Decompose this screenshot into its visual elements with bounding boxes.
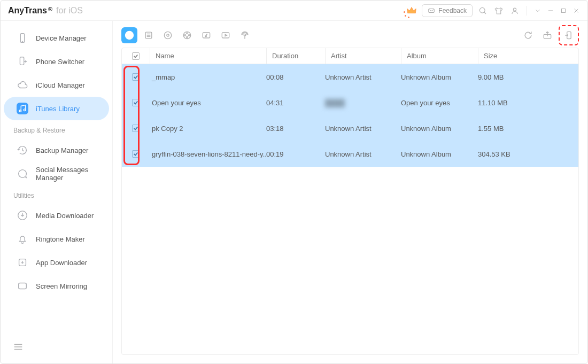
sidebar-item-screen-mirroring[interactable]: Screen Mirroring bbox=[4, 274, 109, 298]
sidebar-item-app-downloader[interactable]: App Downloader bbox=[4, 251, 109, 274]
header-artist[interactable]: Artist bbox=[325, 48, 401, 64]
sidebar-item-label: Backup Manager bbox=[36, 146, 88, 154]
app-title: AnyTrans ® for iOS bbox=[8, 6, 83, 16]
row-checkbox[interactable] bbox=[132, 99, 140, 106]
table-row[interactable]: _mmap00:08Unknown ArtistUnknown Album9.0… bbox=[122, 64, 578, 90]
cell-album: Unknown Album bbox=[401, 73, 478, 81]
clock-back-icon bbox=[17, 144, 28, 156]
row-check-cell[interactable] bbox=[122, 99, 150, 106]
titlebar: AnyTrans ® for iOS Feedback bbox=[1, 1, 587, 21]
chat-icon bbox=[17, 168, 28, 180]
cell-duration: 03:18 bbox=[266, 125, 325, 133]
sidebar-item-itunes-library[interactable]: iTunes Library bbox=[4, 97, 109, 120]
app-name: AnyTrans bbox=[8, 6, 47, 16]
sidebar-item-device-manager[interactable]: Device Manager bbox=[4, 26, 109, 50]
svg-rect-34 bbox=[222, 33, 229, 38]
send-to-device-icon[interactable] bbox=[561, 27, 577, 43]
svg-point-36 bbox=[244, 34, 246, 36]
header-size[interactable]: Size bbox=[478, 48, 578, 64]
play-tab-icon[interactable] bbox=[121, 27, 137, 43]
chevron-down-icon[interactable] bbox=[534, 7, 541, 14]
cell-size: 304.53 KB bbox=[478, 150, 578, 158]
switch-icon bbox=[17, 56, 28, 67]
sidebar-item-ringtone-maker[interactable]: Ringtone Maker bbox=[4, 227, 109, 251]
header-album[interactable]: Album bbox=[401, 48, 478, 64]
table-row[interactable]: gryffin-038-seven-lions-8211-need-y...00… bbox=[122, 141, 578, 167]
select-all-checkbox[interactable] bbox=[132, 52, 140, 60]
maximize-icon[interactable] bbox=[560, 7, 567, 14]
sidebar-item-phone-switcher[interactable]: Phone Switcher bbox=[4, 50, 109, 73]
sidebar-item-label: Ringtone Maker bbox=[36, 235, 85, 243]
cloud-icon bbox=[17, 79, 28, 91]
search-icon[interactable] bbox=[477, 5, 489, 17]
close-icon[interactable] bbox=[572, 7, 580, 14]
phone-icon bbox=[17, 32, 28, 44]
svg-rect-15 bbox=[19, 283, 27, 289]
row-checkbox[interactable] bbox=[132, 125, 140, 132]
header-name[interactable]: Name bbox=[150, 48, 266, 64]
sidebar-item-media-downloader[interactable]: Media Downloader bbox=[4, 204, 109, 227]
cell-name: pk Copy 2 bbox=[150, 125, 266, 133]
cell-size: 11.10 MB bbox=[478, 99, 578, 107]
row-check-cell[interactable] bbox=[122, 73, 150, 81]
cell-artist: Unknown Artist bbox=[325, 73, 401, 81]
podcast-icon[interactable] bbox=[237, 27, 253, 43]
content-toolbar bbox=[121, 26, 579, 44]
shirt-icon[interactable] bbox=[493, 5, 505, 17]
sidebar: Device Manager Phone Switcher iCloud Man… bbox=[1, 21, 113, 363]
table-row[interactable]: Open your eyes04:31████Open your eyes11.… bbox=[122, 90, 578, 115]
mail-icon bbox=[428, 7, 435, 14]
svg-point-30 bbox=[188, 35, 190, 36]
cell-name: _mmap bbox=[150, 73, 266, 81]
cell-artist: Unknown Artist bbox=[325, 125, 401, 133]
row-checkbox[interactable] bbox=[132, 73, 140, 81]
sidebar-item-label: Device Manager bbox=[36, 34, 87, 42]
sidebar-item-social-manager[interactable]: Social Messages Manager bbox=[4, 162, 109, 185]
svg-point-29 bbox=[184, 35, 186, 36]
cell-size: 1.55 MB bbox=[478, 125, 578, 133]
music-video-icon[interactable] bbox=[198, 27, 214, 43]
music-note-icon bbox=[17, 103, 28, 114]
svg-point-12 bbox=[24, 109, 26, 111]
row-check-cell[interactable] bbox=[122, 125, 150, 132]
feedback-button[interactable]: Feedback bbox=[422, 4, 473, 17]
disc-icon[interactable] bbox=[160, 27, 176, 43]
sidebar-item-label: Screen Mirroring bbox=[36, 282, 87, 290]
cell-name: Open your eyes bbox=[150, 99, 266, 107]
cell-name: gryffin-038-seven-lions-8211-need-y... bbox=[150, 150, 266, 158]
svg-point-31 bbox=[187, 36, 188, 38]
refresh-icon[interactable] bbox=[520, 27, 536, 43]
svg-point-1 bbox=[479, 7, 485, 13]
cell-artist: ████ bbox=[325, 99, 401, 107]
main-panel: Name Duration Artist Album Size _mmap00:… bbox=[113, 21, 587, 363]
video-icon[interactable] bbox=[218, 27, 234, 43]
mirror-icon bbox=[17, 280, 28, 292]
sidebar-item-backup-manager[interactable]: Backup Manager bbox=[4, 138, 109, 162]
app-subtitle: for iOS bbox=[56, 6, 83, 16]
sidebar-item-label: iTunes Library bbox=[36, 105, 80, 113]
select-all-cell[interactable] bbox=[122, 52, 150, 60]
crown-icon[interactable] bbox=[406, 5, 417, 17]
svg-point-3 bbox=[513, 8, 516, 11]
svg-rect-10 bbox=[20, 57, 24, 65]
header-duration[interactable]: Duration bbox=[266, 48, 325, 64]
svg-point-28 bbox=[187, 33, 188, 34]
bell-icon bbox=[17, 233, 28, 245]
menu-icon[interactable] bbox=[12, 341, 25, 354]
row-checkbox[interactable] bbox=[132, 150, 140, 158]
cell-duration: 00:19 bbox=[266, 150, 325, 158]
row-check-cell[interactable] bbox=[122, 150, 150, 158]
table-row[interactable]: pk Copy 203:18Unknown ArtistUnknown Albu… bbox=[122, 115, 578, 141]
film-icon[interactable] bbox=[179, 27, 195, 43]
sidebar-section-backup-restore: Backup & Restore bbox=[1, 120, 112, 138]
svg-rect-5 bbox=[562, 9, 566, 12]
list-icon[interactable] bbox=[141, 27, 157, 43]
svg-point-26 bbox=[167, 34, 169, 36]
minimize-icon[interactable] bbox=[547, 7, 554, 14]
sidebar-item-label: Media Downloader bbox=[36, 212, 94, 220]
user-icon[interactable] bbox=[509, 5, 521, 17]
export-icon[interactable] bbox=[539, 27, 555, 43]
cell-size: 9.00 MB bbox=[478, 73, 578, 81]
sidebar-item-icloud-manager[interactable]: iCloud Manager bbox=[4, 73, 109, 97]
svg-point-11 bbox=[19, 110, 21, 112]
